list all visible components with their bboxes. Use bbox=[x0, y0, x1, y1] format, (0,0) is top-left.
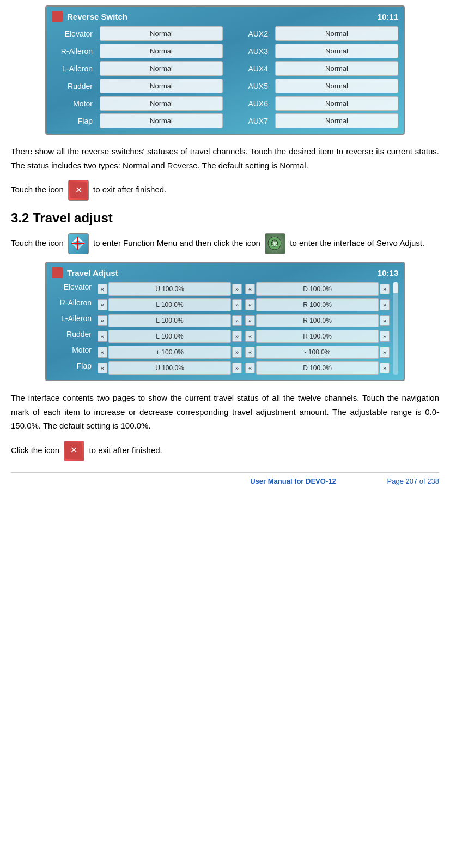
travel-arrow-rleft-3[interactable]: « bbox=[245, 331, 255, 342]
travel-arrow-rleft-4[interactable]: « bbox=[245, 347, 255, 358]
scrollbar-thumb bbox=[393, 282, 398, 293]
channel-label-laileron: L-Aileron bbox=[52, 64, 95, 73]
travel-value-laileron-left[interactable]: L 100.0% bbox=[108, 314, 231, 327]
travel-cell-raileron-right: « R 100.0% » bbox=[245, 298, 390, 311]
screen-small-icon bbox=[52, 11, 63, 22]
travel-cell-flap-right: « D 100.0% » bbox=[245, 361, 390, 375]
reverse-switch-time: 10:11 bbox=[378, 12, 398, 21]
channel-label-aux4: AUX4 bbox=[227, 64, 271, 73]
click-exit-text2: to exit after finished. bbox=[89, 445, 162, 454]
travel-arrow-left-2[interactable]: « bbox=[98, 315, 107, 326]
travel-value-motor-right[interactable]: - 100.0% bbox=[256, 346, 379, 359]
travel-arrow-rleft-1[interactable]: « bbox=[245, 299, 255, 310]
travel-adjust-screen: Travel Adjust 10:13 Elevator « U 100.0% … bbox=[45, 262, 405, 381]
channel-btn-laileron-left[interactable]: Normal bbox=[100, 61, 223, 76]
travel-label-elevator: Elevator bbox=[52, 282, 94, 296]
travel-value-elevator-left[interactable]: U 100.0% bbox=[108, 282, 231, 296]
footer: User Manual for DEVO-12 Page 207 of 238 bbox=[11, 472, 439, 485]
travel-cell-flap-left: « U 100.0% » bbox=[98, 361, 242, 375]
travel-arrow-rright-0[interactable]: » bbox=[380, 284, 390, 294]
channel-btn-flap-right[interactable]: Normal bbox=[275, 113, 398, 128]
touch-exit-text1: Touch the icon bbox=[11, 185, 64, 194]
plane-icon-svg bbox=[69, 234, 87, 252]
touch-enter-text1: Touch the icon bbox=[11, 238, 64, 248]
travel-arrow-rleft-5[interactable]: « bbox=[245, 363, 255, 373]
travel-label-laileron: L-Aileron bbox=[52, 314, 94, 327]
channel-btn-motor-left[interactable]: Normal bbox=[100, 96, 223, 111]
channel-label-aux7: AUX7 bbox=[227, 117, 271, 125]
travel-arrow-right-5[interactable]: » bbox=[232, 363, 242, 373]
touch-exit-row1: Touch the icon ✕ to exit after finished. bbox=[11, 180, 439, 201]
travel-screen-icon bbox=[52, 267, 63, 278]
travel-cell-laileron-right: « R 100.0% » bbox=[245, 314, 390, 327]
travel-value-flap-right[interactable]: D 100.0% bbox=[256, 361, 379, 375]
travel-arrow-rleft-0[interactable]: « bbox=[245, 284, 255, 294]
travel-arrow-rright-2[interactable]: » bbox=[380, 315, 390, 326]
travel-value-motor-left[interactable]: + 100.0% bbox=[108, 346, 231, 359]
footer-manual-title: User Manual for DEVO-12 bbox=[199, 477, 387, 485]
travel-arrow-right-2[interactable]: » bbox=[232, 315, 242, 326]
travel-arrow-rright-4[interactable]: » bbox=[380, 347, 390, 358]
travel-arrow-left-1[interactable]: « bbox=[98, 299, 107, 310]
travel-value-elevator-right[interactable]: D 100.0% bbox=[256, 282, 379, 296]
channel-label-rudder: Rudder bbox=[52, 82, 95, 91]
exit-icon-svg: ✕ bbox=[69, 181, 88, 200]
channel-btn-raileron-right[interactable]: Normal bbox=[275, 44, 398, 58]
travel-arrow-rright-1[interactable]: » bbox=[380, 299, 390, 310]
travel-cell-motor-left: « + 100.0% » bbox=[98, 346, 242, 359]
channel-btn-rudder-left[interactable]: Normal bbox=[100, 79, 223, 93]
travel-screen-title: Travel Adjust bbox=[67, 268, 118, 278]
channel-btn-laileron-right[interactable]: Normal bbox=[275, 61, 398, 76]
channel-btn-raileron-left[interactable]: Normal bbox=[100, 44, 223, 58]
channel-btn-rudder-right[interactable]: Normal bbox=[275, 79, 398, 93]
travel-arrow-right-3[interactable]: » bbox=[232, 331, 242, 342]
travel-value-raileron-right[interactable]: R 100.0% bbox=[256, 298, 379, 311]
travel-cell-raileron-left: « L 100.0% » bbox=[98, 298, 242, 311]
channel-btn-elevator-right[interactable]: Normal bbox=[275, 26, 398, 41]
svg-text:✕: ✕ bbox=[70, 445, 77, 455]
travel-value-rudder-left[interactable]: L 100.0% bbox=[108, 330, 231, 343]
travel-arrow-rleft-2[interactable]: « bbox=[245, 315, 255, 326]
travel-arrow-left-0[interactable]: « bbox=[98, 284, 107, 294]
servo-icon-svg: 舵 bbox=[265, 234, 284, 252]
reverse-switch-screen: Reverse Switch 10:11 Elevator Normal AUX… bbox=[45, 5, 405, 135]
travel-grid-container: Elevator « U 100.0% » « D 100.0% » R-Ail… bbox=[52, 282, 398, 375]
svg-text:舵: 舵 bbox=[272, 240, 278, 246]
plane-icon[interactable] bbox=[68, 233, 89, 254]
travel-screen-time: 10:13 bbox=[378, 268, 398, 278]
servo-icon[interactable]: 舵 bbox=[265, 233, 285, 254]
travel-value-raileron-left[interactable]: L 100.0% bbox=[108, 298, 231, 311]
exit-icon-2-svg: ✕ bbox=[64, 441, 83, 460]
travel-label-motor: Motor bbox=[52, 346, 94, 359]
travel-value-rudder-right[interactable]: R 100.0% bbox=[256, 330, 379, 343]
travel-value-flap-left[interactable]: U 100.0% bbox=[108, 361, 231, 375]
channel-btn-motor-right[interactable]: Normal bbox=[275, 96, 398, 111]
click-exit-row: Click the icon ✕ to exit after finished. bbox=[11, 441, 439, 461]
exit-icon-2[interactable]: ✕ bbox=[64, 441, 84, 461]
travel-arrow-left-4[interactable]: « bbox=[98, 347, 107, 358]
travel-scrollbar[interactable] bbox=[393, 282, 398, 375]
exit-icon-1[interactable]: ✕ bbox=[68, 180, 89, 201]
travel-arrow-rright-5[interactable]: » bbox=[380, 363, 390, 373]
screen-header: Reverse Switch 10:11 bbox=[52, 11, 398, 22]
travel-cell-laileron-left: « L 100.0% » bbox=[98, 314, 242, 327]
travel-cell-motor-right: « - 100.0% » bbox=[245, 346, 390, 359]
channel-btn-flap-left[interactable]: Normal bbox=[100, 113, 223, 128]
travel-arrow-right-1[interactable]: » bbox=[232, 299, 242, 310]
travel-arrow-left-5[interactable]: « bbox=[98, 363, 107, 373]
travel-inner-grid: Elevator « U 100.0% » « D 100.0% » R-Ail… bbox=[52, 282, 390, 375]
travel-value-laileron-right[interactable]: R 100.0% bbox=[256, 314, 379, 327]
travel-cell-elevator-right: « D 100.0% » bbox=[245, 282, 390, 296]
channel-btn-elevator-left[interactable]: Normal bbox=[100, 26, 223, 41]
travel-arrow-right-0[interactable]: » bbox=[232, 284, 242, 294]
touch-exit-text2: to exit after finished. bbox=[93, 185, 166, 194]
travel-arrow-rright-3[interactable]: » bbox=[380, 331, 390, 342]
travel-arrow-left-3[interactable]: « bbox=[98, 331, 107, 342]
channel-label-aux5: AUX5 bbox=[227, 82, 271, 91]
reverse-switch-title: Reverse Switch bbox=[67, 12, 127, 21]
screen-title-area: Reverse Switch bbox=[52, 11, 127, 22]
travel-arrow-right-4[interactable]: » bbox=[232, 347, 242, 358]
click-exit-text1: Click the icon bbox=[11, 445, 59, 454]
channel-label-aux3: AUX3 bbox=[227, 47, 271, 56]
travel-title-area: Travel Adjust bbox=[52, 267, 118, 278]
